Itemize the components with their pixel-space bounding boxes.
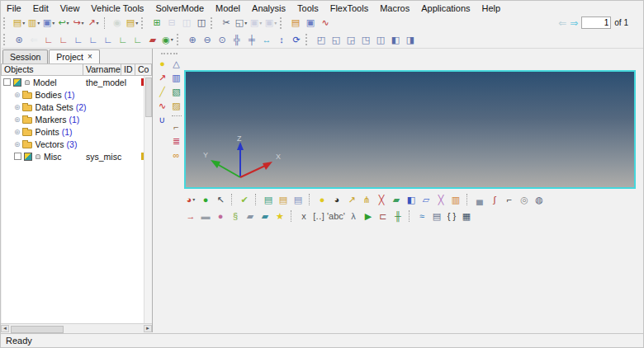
output-icon[interactable]: → [184,209,197,223]
box-graphic-icon[interactable]: ▰ [258,209,272,223]
view-top-icon[interactable]: ∟ [72,33,85,46]
tree-item-model[interactable]: Modelthe_model [2,76,144,88]
scroll-thumb[interactable] [145,78,152,117]
open-model-dropdown-icon[interactable]: ▾ [22,21,25,26]
curve-icon[interactable]: ∿ [156,99,169,113]
marker-entity-icon[interactable]: ⋔ [360,193,373,206]
add-report-icon[interactable]: ▤ [289,16,302,30]
vehicle-icon[interactable]: ▄ [473,193,486,206]
import-icon[interactable]: ↩▾ [57,16,70,30]
solver-variable-icon[interactable]: x [297,209,310,223]
select-cursor-icon[interactable]: ↖ [214,193,227,206]
ellipsoid-graphic-icon[interactable]: ● [214,209,227,223]
dof-slider-icon[interactable]: ╫ [391,209,405,223]
copy-dropdown-icon[interactable]: ▾ [244,21,247,26]
view-manager-icon[interactable]: ◉▾ [161,33,174,46]
toolbar-drag-handle[interactable] [3,34,8,45]
force-entity-icon[interactable]: ∫ [488,193,501,206]
view-right-icon[interactable]: ∟ [116,33,130,46]
tree-vertical-scrollbar[interactable] [144,76,152,324]
export-ppt-dropdown-icon[interactable]: ▾ [97,21,99,26]
scroll-right-button[interactable]: ► [144,325,152,332]
section-plane-icon[interactable]: ▰ [146,33,159,46]
column-header-varname[interactable]: Varname [83,63,121,76]
tree-horizontal-scrollbar[interactable]: ◄ ► [1,323,152,332]
tree-item-bodies[interactable]: ⊛Bodies(1) [2,88,144,101]
plane-entity-icon[interactable]: ▱ [419,193,433,206]
open-library-dropdown-icon[interactable]: ▾ [37,21,40,26]
tree-item-points[interactable]: ⊛Points(1) [2,125,144,138]
deformable-surface-icon[interactable]: ▰ [390,193,403,206]
contour-legend-icon[interactable]: ▥ [449,193,462,206]
toolbar-drag-handle[interactable] [305,34,310,45]
scroll-left-button[interactable]: ◄ [1,325,9,332]
toolbar-drag-handle[interactable] [3,17,8,29]
cut-icon[interactable]: ✂ [220,16,233,30]
constraint-icon[interactable]: ⊏ [376,209,390,223]
pan-vertical-icon[interactable]: ↕ [275,33,288,46]
run-export-icon[interactable]: ▶ [362,209,375,223]
capture-image-icon[interactable]: ▤ [262,193,275,206]
menu-item-tools[interactable]: Tools [297,3,319,13]
tree-item-markers[interactable]: ⊛Markers(1) [2,113,144,125]
column-header-objects[interactable]: Objects [1,63,83,76]
view-back-icon[interactable]: ∟ [57,33,70,46]
menu-item-model[interactable]: Model [215,3,240,13]
open-library-icon[interactable]: ▥▾ [27,16,40,30]
export-icon[interactable]: ↪▾ [72,16,85,30]
previous-view-icon[interactable]: ⇐ [27,33,40,46]
window-layout-3-icon[interactable]: ◲ [344,33,358,46]
import-dropdown-icon[interactable]: ▾ [67,21,69,26]
window-swap-icon[interactable]: ◫ [374,33,387,46]
trace-link-icon[interactable]: ∞ [170,148,183,162]
tab-close-icon[interactable]: × [88,53,92,61]
open-model-icon[interactable]: ▤▾ [12,16,26,30]
zoom-in-icon[interactable]: ⊕ [186,33,199,46]
pan-horizontal-icon[interactable]: ↔ [260,33,273,46]
menu-item-solvermode[interactable]: SolverMode [155,3,204,13]
paste-dropdown-icon[interactable]: ▾ [259,21,262,26]
gear-joint-icon[interactable]: ◎ [518,193,531,206]
menu-item-flextools[interactable]: FlexTools [330,3,368,13]
curve-data-icon[interactable]: ≈ [415,209,429,223]
vector-arrow-icon[interactable]: ↗ [156,71,169,85]
menu-item-analysis[interactable]: Analysis [252,3,286,13]
mesh-triangle-icon[interactable]: △ [170,57,183,71]
expand-toggle[interactable] [14,153,21,160]
view-left-icon[interactable]: ∟ [102,33,115,46]
new-page-icon[interactable]: ⊞ [150,16,163,30]
menu-item-vehicle-tools[interactable]: Vehicle Tools [91,3,144,13]
braces-icon[interactable]: { } [445,209,458,223]
window-close-icon[interactable]: ◨ [404,33,417,46]
toolbar-drag-handle[interactable] [211,17,215,29]
plate-graphic-icon[interactable]: ▰ [244,209,257,223]
coordinate-point-icon[interactable]: ╳ [375,193,388,206]
contact-icon[interactable]: ★ [273,209,286,223]
cylinder-graphic-icon[interactable]: ▬ [199,209,212,223]
toolbar-drag-handle[interactable] [141,17,146,29]
fringe-plot-icon[interactable]: ▧ [170,85,183,99]
export-dropdown-icon[interactable]: ▾ [82,21,84,26]
paste-icon[interactable]: ▣▾ [249,16,263,30]
spin-view-icon[interactable]: ⊛ [12,33,26,46]
solid-graphic-icon[interactable]: ◧ [405,193,418,206]
script-file-icon[interactable]: ▤ [430,209,443,223]
vector-entity-icon[interactable]: ↗ [345,193,358,206]
entity-color-icon[interactable]: ◕▾ [184,193,197,206]
user-profile-icon[interactable]: ◉ [111,16,124,30]
apply-check-icon[interactable]: ✔ [238,193,251,206]
chart-bars-icon[interactable]: ▥ [170,71,183,85]
previous-page-icon[interactable]: ⇐ [558,18,566,28]
copy-icon[interactable]: ◱▾ [234,16,248,30]
recent-sessions-dropdown-icon[interactable]: ▾ [135,21,138,26]
body-entity-icon[interactable]: ◕ [330,193,343,206]
delete-page-icon[interactable]: ⊟ [165,16,178,30]
zoom-out-icon[interactable]: ⊖ [201,33,214,46]
toolbar-drag-handle[interactable] [280,17,285,29]
spreadsheet-icon[interactable]: ▦ [460,209,473,223]
measure-icon[interactable]: ⌐ [170,120,183,134]
save-model-icon[interactable]: ▣▾ [42,16,55,30]
menu-item-file[interactable]: File [7,3,21,13]
scrollbar-track[interactable] [9,325,144,332]
menu-item-help[interactable]: Help [482,3,501,13]
